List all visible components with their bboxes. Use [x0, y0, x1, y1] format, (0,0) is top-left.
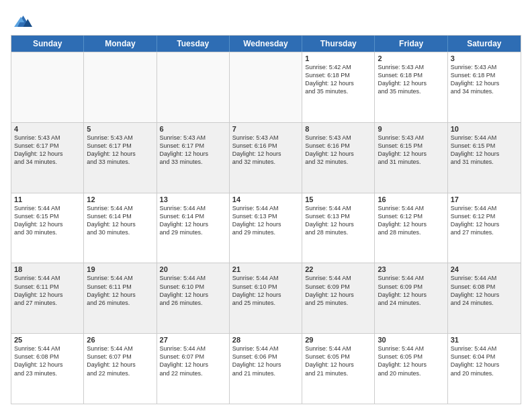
cal-cell: 22Sunrise: 5:44 AM Sunset: 6:09 PM Dayli… — [302, 263, 375, 333]
cal-row-1: 4Sunrise: 5:43 AM Sunset: 6:17 PM Daylig… — [11, 122, 521, 193]
logo — [11, 11, 35, 30]
day-info: Sunrise: 5:44 AM Sunset: 6:12 PM Dayligh… — [451, 204, 518, 237]
day-info: Sunrise: 5:44 AM Sunset: 6:08 PM Dayligh… — [14, 345, 81, 377]
day-info: Sunrise: 5:44 AM Sunset: 6:14 PM Dayligh… — [160, 204, 226, 237]
day-info: Sunrise: 5:43 AM Sunset: 6:17 PM Dayligh… — [87, 134, 153, 167]
day-number: 18 — [14, 265, 81, 273]
day-number: 24 — [451, 265, 518, 273]
day-info: Sunrise: 5:44 AM Sunset: 6:07 PM Dayligh… — [160, 345, 226, 377]
calendar: SundayMondayTuesdayWednesdayThursdayFrid… — [11, 35, 521, 404]
day-info: Sunrise: 5:44 AM Sunset: 6:05 PM Dayligh… — [378, 345, 444, 377]
day-number: 22 — [305, 265, 371, 273]
cal-cell: 29Sunrise: 5:44 AM Sunset: 6:05 PM Dayli… — [302, 334, 375, 404]
day-number: 28 — [232, 336, 299, 344]
day-info: Sunrise: 5:43 AM Sunset: 6:15 PM Dayligh… — [378, 134, 444, 167]
day-number: 19 — [87, 265, 153, 273]
cal-cell: 12Sunrise: 5:44 AM Sunset: 6:14 PM Dayli… — [84, 193, 157, 263]
day-info: Sunrise: 5:44 AM Sunset: 6:09 PM Dayligh… — [305, 274, 371, 307]
day-info: Sunrise: 5:44 AM Sunset: 6:05 PM Dayligh… — [305, 345, 371, 377]
cal-cell: 11Sunrise: 5:44 AM Sunset: 6:15 PM Dayli… — [11, 193, 84, 263]
day-number: 1 — [305, 54, 371, 62]
day-info: Sunrise: 5:44 AM Sunset: 6:11 PM Dayligh… — [14, 274, 81, 307]
day-info: Sunrise: 5:43 AM Sunset: 6:16 PM Dayligh… — [232, 134, 299, 167]
day-number: 30 — [378, 336, 444, 344]
cal-cell: 3Sunrise: 5:43 AM Sunset: 6:18 PM Daylig… — [448, 52, 521, 122]
cal-cell: 5Sunrise: 5:43 AM Sunset: 6:17 PM Daylig… — [84, 123, 157, 193]
cal-cell: 16Sunrise: 5:44 AM Sunset: 6:12 PM Dayli… — [375, 193, 447, 263]
cal-cell: 21Sunrise: 5:44 AM Sunset: 6:10 PM Dayli… — [230, 263, 302, 333]
day-number: 6 — [160, 125, 226, 133]
day-number: 21 — [232, 265, 299, 273]
cal-cell: 13Sunrise: 5:44 AM Sunset: 6:14 PM Dayli… — [157, 193, 230, 263]
day-number: 4 — [14, 125, 81, 133]
day-number: 3 — [451, 54, 518, 62]
cal-cell — [157, 52, 230, 122]
cal-row-0: 1Sunrise: 5:42 AM Sunset: 6:18 PM Daylig… — [11, 52, 521, 122]
day-info: Sunrise: 5:44 AM Sunset: 6:08 PM Dayligh… — [451, 274, 518, 307]
day-number: 20 — [160, 265, 226, 273]
cal-cell — [230, 52, 302, 122]
cal-cell: 23Sunrise: 5:44 AM Sunset: 6:09 PM Dayli… — [375, 263, 447, 333]
day-number: 9 — [378, 125, 444, 133]
day-number: 2 — [378, 54, 444, 62]
day-info: Sunrise: 5:44 AM Sunset: 6:13 PM Dayligh… — [305, 204, 371, 237]
cal-cell: 26Sunrise: 5:44 AM Sunset: 6:07 PM Dayli… — [84, 334, 157, 404]
header-day-friday: Friday — [375, 36, 447, 52]
cal-cell: 19Sunrise: 5:44 AM Sunset: 6:11 PM Dayli… — [84, 263, 157, 333]
cal-cell: 9Sunrise: 5:43 AM Sunset: 6:15 PM Daylig… — [375, 123, 447, 193]
day-info: Sunrise: 5:44 AM Sunset: 6:13 PM Dayligh… — [232, 204, 299, 237]
day-info: Sunrise: 5:43 AM Sunset: 6:17 PM Dayligh… — [160, 134, 226, 167]
day-number: 8 — [305, 125, 371, 133]
cal-cell: 20Sunrise: 5:44 AM Sunset: 6:10 PM Dayli… — [157, 263, 230, 333]
day-number: 5 — [87, 125, 153, 133]
page: SundayMondayTuesdayWednesdayThursdayFrid… — [0, 0, 532, 411]
calendar-body: 1Sunrise: 5:42 AM Sunset: 6:18 PM Daylig… — [11, 52, 521, 404]
cal-cell: 30Sunrise: 5:44 AM Sunset: 6:05 PM Dayli… — [375, 334, 447, 404]
day-info: Sunrise: 5:44 AM Sunset: 6:14 PM Dayligh… — [87, 204, 153, 237]
day-number: 17 — [451, 195, 518, 203]
day-number: 25 — [14, 336, 81, 344]
cal-cell: 24Sunrise: 5:44 AM Sunset: 6:08 PM Dayli… — [448, 263, 521, 333]
day-info: Sunrise: 5:43 AM Sunset: 6:18 PM Dayligh… — [451, 63, 518, 96]
cal-cell: 31Sunrise: 5:44 AM Sunset: 6:04 PM Dayli… — [448, 334, 521, 404]
calendar-header: SundayMondayTuesdayWednesdayThursdayFrid… — [11, 36, 521, 52]
cal-cell: 6Sunrise: 5:43 AM Sunset: 6:17 PM Daylig… — [157, 123, 230, 193]
header-day-monday: Monday — [84, 36, 157, 52]
day-number: 7 — [232, 125, 299, 133]
day-info: Sunrise: 5:43 AM Sunset: 6:17 PM Dayligh… — [14, 134, 81, 167]
cal-cell: 10Sunrise: 5:44 AM Sunset: 6:15 PM Dayli… — [448, 123, 521, 193]
day-info: Sunrise: 5:44 AM Sunset: 6:10 PM Dayligh… — [160, 274, 226, 307]
header-day-saturday: Saturday — [448, 36, 521, 52]
cal-cell: 25Sunrise: 5:44 AM Sunset: 6:08 PM Dayli… — [11, 334, 84, 404]
day-info: Sunrise: 5:43 AM Sunset: 6:16 PM Dayligh… — [305, 134, 371, 167]
day-info: Sunrise: 5:44 AM Sunset: 6:06 PM Dayligh… — [232, 345, 299, 377]
day-number: 13 — [160, 195, 226, 203]
cal-cell: 4Sunrise: 5:43 AM Sunset: 6:17 PM Daylig… — [11, 123, 84, 193]
cal-cell: 27Sunrise: 5:44 AM Sunset: 6:07 PM Dayli… — [157, 334, 230, 404]
cal-cell: 28Sunrise: 5:44 AM Sunset: 6:06 PM Dayli… — [230, 334, 302, 404]
cal-row-4: 25Sunrise: 5:44 AM Sunset: 6:08 PM Dayli… — [11, 333, 521, 404]
day-info: Sunrise: 5:44 AM Sunset: 6:04 PM Dayligh… — [451, 345, 518, 377]
header-day-tuesday: Tuesday — [157, 36, 230, 52]
day-number: 23 — [378, 265, 444, 273]
day-number: 10 — [451, 125, 518, 133]
day-info: Sunrise: 5:42 AM Sunset: 6:18 PM Dayligh… — [305, 63, 371, 96]
cal-cell: 15Sunrise: 5:44 AM Sunset: 6:13 PM Dayli… — [302, 193, 375, 263]
header-day-sunday: Sunday — [11, 36, 84, 52]
day-info: Sunrise: 5:44 AM Sunset: 6:15 PM Dayligh… — [451, 134, 518, 167]
day-number: 16 — [378, 195, 444, 203]
day-number: 29 — [305, 336, 371, 344]
logo-icon — [11, 11, 32, 30]
cal-cell: 17Sunrise: 5:44 AM Sunset: 6:12 PM Dayli… — [448, 193, 521, 263]
cal-cell: 8Sunrise: 5:43 AM Sunset: 6:16 PM Daylig… — [302, 123, 375, 193]
day-info: Sunrise: 5:43 AM Sunset: 6:18 PM Dayligh… — [378, 63, 444, 96]
day-number: 27 — [160, 336, 226, 344]
day-info: Sunrise: 5:44 AM Sunset: 6:10 PM Dayligh… — [232, 274, 299, 307]
cal-cell: 18Sunrise: 5:44 AM Sunset: 6:11 PM Dayli… — [11, 263, 84, 333]
cal-cell — [84, 52, 157, 122]
day-info: Sunrise: 5:44 AM Sunset: 6:07 PM Dayligh… — [87, 345, 153, 377]
cal-row-2: 11Sunrise: 5:44 AM Sunset: 6:15 PM Dayli… — [11, 193, 521, 263]
day-info: Sunrise: 5:44 AM Sunset: 6:11 PM Dayligh… — [87, 274, 153, 307]
cal-cell: 7Sunrise: 5:43 AM Sunset: 6:16 PM Daylig… — [230, 123, 302, 193]
cal-cell — [11, 52, 84, 122]
